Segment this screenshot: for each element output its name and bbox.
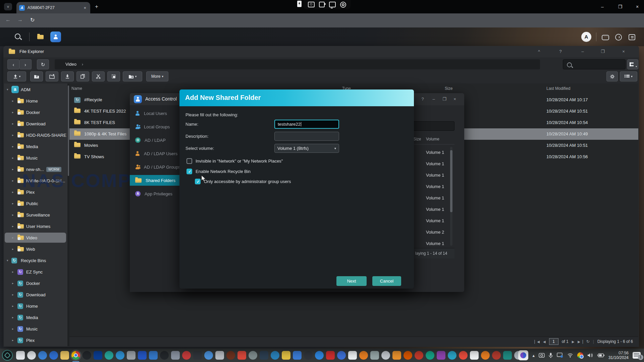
taskbar-app-icon-1[interactable]	[16, 351, 25, 360]
copy-button[interactable]	[76, 71, 89, 81]
taskbar-app-icon-44[interactable]	[492, 351, 501, 360]
acp-table-scrollbar[interactable]	[450, 147, 452, 246]
recorder-pin-icon[interactable]	[297, 1, 302, 7]
settings-gear-button[interactable]	[606, 71, 618, 81]
sidebar-item-download[interactable]: ▸↻Download	[4, 289, 67, 300]
tree-caret-icon[interactable]: ▸	[12, 225, 14, 228]
view-mode-button[interactable]: ▾	[627, 59, 638, 69]
taskbar-app-icon-9[interactable]	[105, 351, 113, 360]
column-header-last-modified[interactable]: Last Modified	[546, 86, 570, 91]
minimize-icon[interactable]: –	[431, 97, 437, 102]
paste-button[interactable]	[107, 71, 120, 81]
acp-menu-item-app-privileges[interactable]: AApp Privileges	[130, 188, 179, 199]
tree-caret-icon[interactable]: ▸	[12, 145, 14, 148]
sidebar-item-plex[interactable]: ▸↻Plex	[4, 335, 67, 346]
checkbox-unchecked[interactable]	[186, 158, 192, 164]
taskbar-app-icon-22[interactable]	[249, 351, 257, 360]
notification-icon[interactable]: 1	[633, 352, 641, 359]
page-number-input[interactable]: 1	[549, 338, 558, 345]
help-icon[interactable]: ?	[557, 49, 564, 54]
taskbar-app-icon-15[interactable]	[171, 351, 180, 360]
refresh-button[interactable]: ↻	[37, 59, 49, 69]
first-page-icon[interactable]: ▏◀	[535, 340, 540, 344]
app-menu-button[interactable]	[2, 350, 13, 361]
taskbar-app-icon-24[interactable]	[271, 351, 279, 360]
taskbar-app-icon-7[interactable]	[83, 351, 91, 360]
tray-expand-icon[interactable]: ▴	[532, 353, 535, 358]
sidebar-item-hdd-raid5-share[interactable]: ▸HDD-RAID5-SHARE	[4, 130, 67, 140]
taskbar-clock[interactable]: 07:56 31/10/2024	[608, 351, 629, 360]
taskbar-app-icon-30[interactable]	[337, 351, 346, 360]
checkbox-row[interactable]: Enable Network Recycle Bin	[186, 169, 251, 174]
screen-record-icon[interactable]	[539, 353, 545, 358]
sidebar-item-music[interactable]: ▸Music	[4, 153, 67, 163]
prev-page-icon[interactable]: ◀	[543, 340, 546, 344]
volume-icon[interactable]	[587, 353, 593, 358]
taskbar-app-icon-26[interactable]	[293, 351, 302, 360]
acp-menu-item-ad-ldap[interactable]: ⊙AD / LDAP	[130, 135, 179, 145]
forward-icon[interactable]: →	[17, 17, 23, 23]
taskbar-app-icon-31[interactable]	[348, 351, 357, 360]
taskbar-app-icon-19[interactable]	[215, 351, 224, 360]
next-button[interactable]: Next	[336, 276, 367, 286]
taskbar-app-icon-23[interactable]	[260, 351, 268, 360]
acp-menu-item-ad-ldap-groups[interactable]: AD / LDAP Groups	[130, 162, 179, 172]
sidebar-item-surveillance[interactable]: ▸Surveillance	[4, 209, 67, 220]
display-icon[interactable]	[329, 2, 336, 7]
taskbar-app-icon-36[interactable]	[404, 351, 412, 360]
taskbar-app-icon-38[interactable]	[426, 351, 434, 360]
dialog-header[interactable]: Add New Shared Folder	[179, 89, 414, 106]
tree-caret-icon[interactable]: ▸	[12, 122, 14, 125]
sidebar-item-download[interactable]: ▸Download	[4, 118, 67, 129]
column-header-size[interactable]: Size	[413, 137, 421, 141]
sidebar-item-music[interactable]: ▸↻Music	[4, 323, 67, 334]
tree-caret-icon[interactable]: ▸	[12, 293, 14, 296]
column-header-size[interactable]: Size	[445, 86, 452, 91]
taskbar-app-icon-32[interactable]	[359, 351, 368, 360]
sidebar-item-video[interactable]: ▸Video	[4, 232, 67, 243]
sidebar-item-public[interactable]: ▸Public	[4, 198, 67, 209]
tree-caret-icon[interactable]: ▸	[12, 339, 14, 342]
adm-file-explorer-icon[interactable]	[35, 32, 46, 42]
taskbar-app-icon-34[interactable]	[381, 351, 390, 360]
video-camera-icon[interactable]	[319, 2, 325, 7]
adm-messages-icon[interactable]	[602, 34, 609, 40]
collapse-icon[interactable]: ^	[536, 49, 542, 54]
taskbar-app-icon-40[interactable]	[448, 351, 457, 360]
tree-caret-icon[interactable]: ▸	[12, 190, 14, 194]
tree-caret-icon[interactable]: ▸	[12, 111, 14, 114]
acp-menu-item-local-groups[interactable]: Local Groups	[130, 121, 179, 132]
taskbar-app-icon-11[interactable]	[127, 351, 136, 360]
adm-access-control-icon[interactable]	[50, 32, 61, 42]
wifi-icon[interactable]	[567, 353, 573, 358]
upload-button[interactable]: ▾	[7, 71, 26, 81]
tree-caret-icon[interactable]: ▸	[12, 236, 14, 239]
search-input[interactable]	[563, 59, 626, 69]
checkbox-row[interactable]: Invisible in "Network" or "My Network Pl…	[186, 158, 283, 164]
window-close-button[interactable]: ×	[635, 4, 640, 9]
help-icon[interactable]: ?	[420, 97, 426, 102]
cancel-button[interactable]: Cancel	[372, 276, 401, 286]
taskbar-app-icon-3[interactable]	[38, 351, 47, 360]
checkbox-row[interactable]: Only accessible by administrator group u…	[195, 179, 291, 184]
taskbar-app-icon-37[interactable]	[415, 351, 423, 360]
close-icon[interactable]: ×	[621, 49, 627, 54]
taskbar-app-icon-27[interactable]	[304, 351, 313, 360]
minimize-icon[interactable]: –	[580, 49, 586, 54]
cut-button[interactable]	[92, 71, 105, 81]
microphone-icon[interactable]	[549, 353, 553, 358]
description-field[interactable]	[274, 132, 339, 141]
chrome-tray-icon[interactable]	[577, 352, 583, 358]
breadcrumb[interactable]: Video ›	[55, 59, 540, 69]
sidebar-item-home[interactable]: ▸↻Home	[4, 301, 67, 311]
camera-icon[interactable]	[308, 2, 315, 7]
maximize-icon[interactable]: ❐	[441, 97, 447, 102]
taskbar-app-icon-39[interactable]	[437, 351, 445, 360]
tree-caret-icon[interactable]: ▸	[12, 282, 14, 285]
breadcrumb-item[interactable]: Video	[65, 62, 76, 67]
new-tab-button[interactable]: +	[95, 4, 98, 10]
create-file-button[interactable]	[46, 71, 58, 81]
tree-caret-icon[interactable]: ▸	[12, 304, 14, 308]
next-page-icon[interactable]: ▶	[572, 340, 575, 344]
recorder-gear-icon[interactable]	[340, 2, 346, 8]
